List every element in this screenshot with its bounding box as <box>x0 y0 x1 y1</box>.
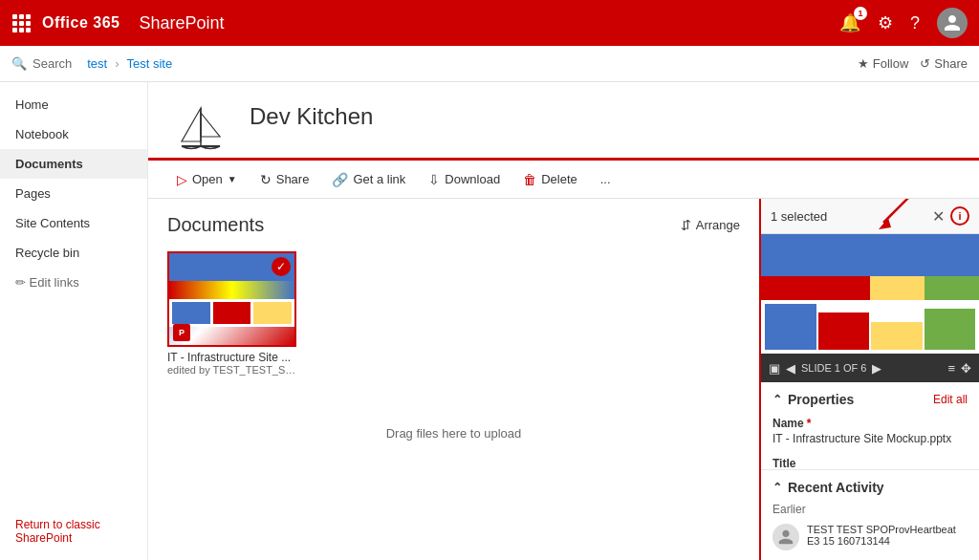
office365-label: Office 365 <box>42 14 120 32</box>
main-layout: Home Notebook Documents Pages Site Conte… <box>0 82 979 560</box>
arrange-button[interactable]: ⇵ Arrange <box>681 218 740 232</box>
ppt-icon: P <box>173 324 190 341</box>
selected-check-badge: ✓ <box>272 257 291 276</box>
slide-view-button[interactable]: ≡ <box>947 361 955 376</box>
search-label: Search <box>33 56 72 71</box>
sidebar-item-home[interactable]: Home <box>0 90 147 119</box>
docs-area: Documents ⇵ Arrange <box>148 199 759 560</box>
activity-item: TEST TEST SPOProvHeartbeat E3 15 1607131… <box>772 524 968 550</box>
svg-marker-1 <box>182 108 201 141</box>
site-logo <box>167 96 234 158</box>
name-field: Name * IT - Infrastructure Site Mockup.p… <box>772 417 968 445</box>
sidebar-item-documents[interactable]: Documents <box>0 149 147 179</box>
prev-slide-button[interactable]: ◀ <box>786 361 795 376</box>
open-icon: ▷ <box>177 172 187 187</box>
preview-close-button[interactable]: ✕ <box>932 207 945 226</box>
sidebar-item-notebook[interactable]: Notebook <box>0 119 147 149</box>
notification-badge: 1 <box>854 7 867 20</box>
slide-preview: ▣ ◀ SLIDE 1 OF 6 ▶ ≡ ✥ <box>761 234 979 382</box>
help-icon[interactable]: ? <box>910 13 920 33</box>
recent-earlier-label: Earlier <box>772 503 968 516</box>
return-to-classic-link[interactable]: Return to classic SharePoint <box>0 510 147 552</box>
activity-text: TEST TEST SPOProvHeartbeat E3 15 1607131… <box>807 524 968 547</box>
arrange-icon: ⇵ <box>681 218 691 232</box>
ppt-slide-icon[interactable]: ▣ <box>769 361 780 376</box>
file-name: IT - Infrastructure Site ... <box>167 351 296 364</box>
title-field: Title PowerPoint Presentation <box>772 457 968 470</box>
slide-count: SLIDE 1 OF 6 <box>801 362 866 374</box>
share-toolbar-icon: ↻ <box>260 172 272 187</box>
avatar[interactable] <box>937 8 968 38</box>
grid-icon[interactable] <box>11 13 31 32</box>
file-card[interactable]: ✓ P IT - Infrastructure Site ... edited … <box>167 251 296 376</box>
name-value: IT - Infrastructure Site Mockup.pptx <box>772 432 968 445</box>
file-edited: edited by TEST_TEST_SPOProvH... <box>167 364 296 376</box>
name-required-marker: * <box>807 417 812 430</box>
file-thumbnail: ✓ P <box>167 251 296 347</box>
edit-all-button[interactable]: Edit all <box>933 393 968 406</box>
share-icon: ↺ <box>920 56 930 71</box>
recent-activity-title: Recent Activity <box>788 480 884 495</box>
docs-title: Documents <box>167 214 264 236</box>
breadcrumb-test-site[interactable]: Test site <box>127 56 173 71</box>
next-slide-button[interactable]: ▶ <box>872 361 881 376</box>
content-area: Dev Kitchen ▷ Open ▼ ↻ Share 🔗 Get a lin… <box>148 82 979 560</box>
activity-avatar <box>772 524 799 550</box>
download-icon: ⇩ <box>428 172 440 187</box>
sidebar-item-recycle-bin[interactable]: Recycle bin <box>0 238 147 268</box>
delete-icon: 🗑 <box>523 172 536 187</box>
bell-icon[interactable]: 🔔 1 <box>839 12 860 33</box>
preview-panel: 1 selected ✕ i <box>759 199 979 560</box>
site-title: Dev Kitchen <box>250 96 373 130</box>
toolbar: ▷ Open ▼ ↻ Share 🔗 Get a link ⇩ Download… <box>148 161 979 199</box>
sharepoint-label: SharePoint <box>139 13 224 33</box>
sidebar-item-site-contents[interactable]: Site Contents <box>0 208 147 238</box>
properties-section: ⌃ Properties Edit all Name * IT - Infras… <box>761 382 979 470</box>
more-button[interactable]: ... <box>591 167 620 191</box>
properties-title: Properties <box>788 392 854 407</box>
slide-fullscreen-button[interactable]: ✥ <box>961 361 971 376</box>
svg-marker-2 <box>201 113 220 137</box>
sidebar-item-pages[interactable]: Pages <box>0 179 147 208</box>
share-button[interactable]: ↺ Share <box>920 56 968 71</box>
site-header: Dev Kitchen <box>148 82 979 161</box>
selected-count-label: 1 selected <box>771 209 827 224</box>
search-icon: 🔍 <box>11 56 27 71</box>
get-link-button[interactable]: 🔗 Get a link <box>322 167 415 192</box>
open-button[interactable]: ▷ Open ▼ <box>167 167 247 192</box>
breadcrumb-test[interactable]: test <box>87 56 107 71</box>
sidebar: Home Notebook Documents Pages Site Conte… <box>0 82 148 560</box>
open-dropdown-icon: ▼ <box>228 174 237 184</box>
sub-nav: 🔍 Search test › Test site ★ Follow ↺ Sha… <box>0 46 979 82</box>
sidebar-item-edit-links[interactable]: ✏ Edit links <box>0 268 147 297</box>
docs-header: Documents ⇵ Arrange <box>167 214 740 236</box>
gear-icon[interactable]: ⚙ <box>878 12 893 33</box>
preview-info-icon[interactable]: i <box>950 206 969 226</box>
red-arrow-annotation <box>864 199 922 240</box>
slide-controls: ▣ ◀ SLIDE 1 OF 6 ▶ ≡ ✥ <box>761 354 979 382</box>
share-toolbar-button[interactable]: ↻ Share <box>250 167 319 192</box>
sub-nav-actions: ★ Follow ↺ Share <box>858 56 968 71</box>
slide-image <box>761 234 979 354</box>
top-bar: Office 365 SharePoint 🔔 1 ⚙ ? <box>0 0 979 46</box>
star-icon: ★ <box>858 56 869 71</box>
link-icon: 🔗 <box>332 172 348 187</box>
follow-button[interactable]: ★ Follow <box>858 56 909 71</box>
recent-chevron-icon: ⌃ <box>772 481 782 494</box>
breadcrumb: test › Test site <box>87 56 842 71</box>
properties-chevron-icon: ⌃ <box>772 393 782 406</box>
search-button[interactable]: 🔍 Search <box>11 56 72 71</box>
download-button[interactable]: ⇩ Download <box>419 167 510 192</box>
drop-zone: Drag files here to upload <box>167 376 740 490</box>
recent-activity-section: ⌃ Recent Activity Earlier TEST TEST SPOP… <box>761 470 979 560</box>
page-main: Documents ⇵ Arrange <box>148 199 979 560</box>
delete-button[interactable]: 🗑 Delete <box>513 167 587 192</box>
